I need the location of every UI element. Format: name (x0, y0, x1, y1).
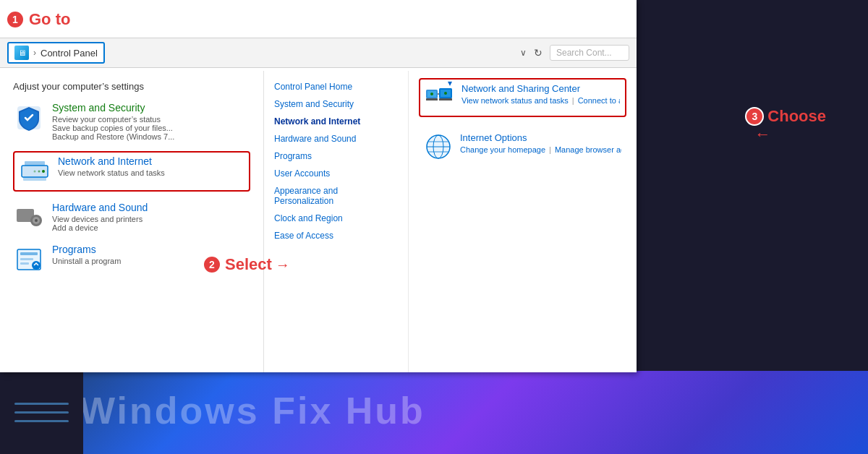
hardware-sound-title[interactable]: Hardware and Sound (52, 202, 148, 213)
svg-rect-14 (20, 252, 38, 255)
svg-rect-4 (23, 177, 46, 181)
step1-circle: 1 (6, 10, 25, 29)
internet-options-title[interactable]: Internet Options (460, 132, 621, 143)
shield-svg (14, 103, 43, 132)
view-by-arrow[interactable]: ▾ (448, 78, 452, 88)
category-network-internet[interactable]: Network and Internet View network status… (13, 151, 250, 192)
taskbar-left (0, 371, 83, 454)
network-internet-title[interactable]: Network and Internet (58, 155, 165, 167)
step3-arrow: → (754, 125, 770, 144)
programs-desc1: Uninstall a program (52, 257, 121, 265)
svg-point-5 (42, 170, 45, 173)
network-sharing-links: View network status and tasks | Connect … (461, 96, 620, 105)
address-control-panel: Control Panel (41, 48, 98, 59)
step3-annotation: 3 Choose (745, 107, 826, 126)
svg-point-25 (444, 92, 447, 95)
svg-point-7 (34, 171, 36, 173)
svg-point-6 (38, 171, 41, 173)
nav-system-security[interactable]: System and Security (274, 95, 398, 113)
step2-circle: 2 (203, 255, 221, 274)
svg-rect-15 (20, 258, 33, 260)
internet-options-icon (424, 132, 453, 161)
programs-svg (14, 245, 43, 274)
nav-programs[interactable]: Programs (274, 147, 398, 165)
step3-circle: 3 (745, 107, 764, 126)
category-hardware-sound[interactable]: Hardware and Sound View devices and prin… (13, 202, 250, 234)
view-by: ▾ (442, 78, 452, 88)
svg-rect-3 (25, 161, 45, 166)
breadcrumb-separator: › (33, 48, 36, 58)
cp-middle-panel: Control Panel Home System and Security N… (264, 71, 409, 372)
programs-title[interactable]: Programs (52, 244, 121, 255)
network-sharing-text: Network and Sharing Center View network … (461, 83, 620, 105)
step2-annotation: 2 Select → (203, 255, 264, 274)
cp-left-panel: Adjust your computer’s settings System a… (0, 71, 264, 372)
taskbar-line-3 (14, 420, 69, 422)
system-security-desc1: Review your computer’s status (52, 115, 174, 124)
address-box[interactable]: 🖥 › Control Panel (7, 42, 105, 64)
network-sharing-title[interactable]: Network and Sharing Center (461, 83, 620, 94)
taskbar-line-1 (14, 403, 69, 405)
nav-appearance[interactable]: Appearance and Personalization (274, 182, 398, 210)
cp-heading: Adjust your computer’s settings (13, 81, 250, 92)
taskbar-line-2 (14, 411, 69, 414)
hardware-sound-desc1: View devices and printers (52, 215, 148, 223)
internet-sep-1: | (549, 145, 551, 154)
step1-label: Go to (29, 10, 70, 29)
internet-options-svg (425, 133, 452, 160)
programs-text: Programs Uninstall a program (52, 244, 121, 265)
cp-content: Adjust your computer’s settings System a… (0, 71, 637, 372)
internet-options-text: Internet Options Change your homepage | … (460, 132, 621, 154)
address-bar: 🖥 › Control Panel ∨ ↻ Search Cont... (0, 38, 637, 68)
search-box[interactable]: Search Cont... (550, 45, 629, 61)
nav-network-internet[interactable]: Network and Internet (274, 113, 398, 130)
svg-rect-9 (18, 210, 33, 220)
programs-icon (13, 244, 45, 275)
step1-annotation: 1 Go to (6, 10, 70, 29)
address-refresh[interactable]: ↻ (534, 47, 542, 59)
network-link-1[interactable]: View network status and tasks (461, 96, 569, 105)
svg-point-12 (35, 219, 38, 222)
internet-options-links: Change your homepage | Manage browser ad… (460, 145, 621, 154)
network-internet-icon (19, 155, 51, 187)
network-internet-text: Network and Internet View network status… (58, 155, 165, 177)
svg-rect-23 (439, 98, 452, 100)
internet-link-2[interactable]: Manage browser add-ons (555, 145, 621, 154)
network-internet-desc1: View network status and tasks (58, 168, 165, 177)
svg-point-24 (430, 93, 433, 95)
hardware-sound-desc2: Add a device (52, 223, 148, 232)
address-dropdown[interactable]: ∨ (520, 48, 527, 58)
system-security-title[interactable]: System and Security (52, 102, 174, 113)
cp-right-panel: Network and Sharing Center View network … (409, 71, 637, 372)
system-security-icon (13, 102, 45, 134)
hardware-sound-text: Hardware and Sound View devices and prin… (52, 202, 148, 232)
nav-user-accounts[interactable]: User Accounts (274, 165, 398, 182)
system-security-desc3: Backup and Restore (Windows 7... (52, 132, 174, 141)
network-sep-1: | (572, 96, 574, 105)
hardware-sound-icon (13, 202, 45, 234)
step3-label: Choose (767, 107, 826, 126)
nav-control-panel-home[interactable]: Control Panel Home (274, 78, 398, 95)
svg-rect-16 (20, 262, 29, 265)
step2-label: Select (225, 255, 264, 274)
windows-fix-hub-watermark: Windows Fix Hub (80, 389, 425, 432)
nav-ease-of-access[interactable]: Ease of Access (274, 227, 398, 244)
address-icon: 🖥 (14, 46, 29, 60)
svg-point-17 (32, 261, 41, 270)
hardware-svg (14, 203, 43, 232)
nav-hardware-sound[interactable]: Hardware and Sound (274, 130, 398, 147)
internet-link-1[interactable]: Change your homepage (460, 145, 545, 154)
internet-options-item[interactable]: Internet Options Change your homepage | … (419, 129, 626, 165)
system-security-desc2: Save backup copies of your files... (52, 124, 174, 132)
nav-clock-region[interactable]: Clock and Region (274, 210, 398, 227)
system-security-text: System and Security Review your computer… (52, 102, 174, 141)
network-link-2[interactable]: Connect to a network (578, 96, 620, 105)
taskbar-area: Windows Fix Hub (0, 371, 868, 454)
network-svg (20, 157, 49, 186)
svg-rect-20 (426, 98, 438, 100)
control-panel-window: 1 Go to 🖥 › Control Panel ∨ ↻ Search Con… (0, 0, 637, 372)
category-system-security[interactable]: System and Security Review your computer… (13, 102, 250, 141)
